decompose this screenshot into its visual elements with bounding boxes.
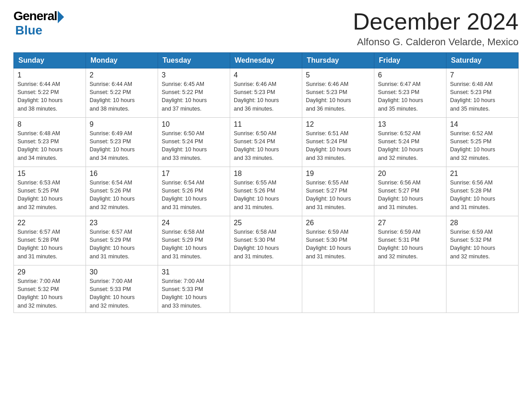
weekday-header-friday: Friday xyxy=(374,53,446,68)
day-info: Sunrise: 6:53 AMSunset: 5:25 PMDaylight:… xyxy=(17,179,82,211)
day-info: Sunrise: 6:54 AMSunset: 5:26 PMDaylight:… xyxy=(162,179,226,211)
calendar-cell: 17Sunrise: 6:54 AMSunset: 5:26 PMDayligh… xyxy=(158,167,230,216)
day-number: 16 xyxy=(90,170,154,178)
calendar-cell xyxy=(230,265,302,313)
month-title: December 2024 xyxy=(353,9,519,34)
day-number: 25 xyxy=(234,219,298,227)
day-info: Sunrise: 6:46 AMSunset: 5:23 PMDaylight:… xyxy=(306,80,370,113)
calendar-cell: 29Sunrise: 7:00 AMSunset: 5:32 PMDayligh… xyxy=(14,265,86,313)
calendar-week-row: 22Sunrise: 6:57 AMSunset: 5:28 PMDayligh… xyxy=(14,216,519,265)
calendar-week-row: 15Sunrise: 6:53 AMSunset: 5:25 PMDayligh… xyxy=(14,167,519,216)
weekday-header-saturday: Saturday xyxy=(446,53,519,68)
day-number: 7 xyxy=(450,71,515,79)
day-number: 14 xyxy=(450,120,515,128)
day-number: 31 xyxy=(162,268,226,276)
day-info: Sunrise: 6:50 AMSunset: 5:24 PMDaylight:… xyxy=(162,129,226,162)
day-info: Sunrise: 6:59 AMSunset: 5:31 PMDaylight:… xyxy=(378,228,442,261)
location-title: Alfonso G. Calderon Velarde, Mexico xyxy=(353,36,519,48)
day-number: 22 xyxy=(17,219,82,227)
weekday-header-row: SundayMondayTuesdayWednesdayThursdayFrid… xyxy=(14,53,519,68)
day-info: Sunrise: 6:45 AMSunset: 5:22 PMDaylight:… xyxy=(162,80,226,113)
day-number: 11 xyxy=(234,120,298,128)
day-info: Sunrise: 6:52 AMSunset: 5:24 PMDaylight:… xyxy=(378,129,442,162)
day-number: 8 xyxy=(17,120,82,128)
day-number: 29 xyxy=(17,268,82,276)
day-info: Sunrise: 6:52 AMSunset: 5:25 PMDaylight:… xyxy=(450,129,515,162)
calendar-cell: 16Sunrise: 6:54 AMSunset: 5:26 PMDayligh… xyxy=(86,167,158,216)
calendar-cell xyxy=(302,265,374,313)
calendar-cell: 26Sunrise: 6:59 AMSunset: 5:30 PMDayligh… xyxy=(302,216,374,265)
title-area: December 2024 Alfonso G. Calderon Velard… xyxy=(353,9,519,48)
calendar-cell: 7Sunrise: 6:48 AMSunset: 5:23 PMDaylight… xyxy=(446,68,519,118)
logo: General Blue xyxy=(13,9,64,38)
calendar-week-row: 1Sunrise: 6:44 AMSunset: 5:22 PMDaylight… xyxy=(14,68,519,118)
day-number: 30 xyxy=(90,268,154,276)
day-number: 21 xyxy=(450,170,515,178)
day-info: Sunrise: 6:57 AMSunset: 5:29 PMDaylight:… xyxy=(90,228,154,261)
calendar-cell xyxy=(374,265,446,313)
calendar-cell: 31Sunrise: 7:00 AMSunset: 5:33 PMDayligh… xyxy=(158,265,230,313)
calendar-cell: 19Sunrise: 6:55 AMSunset: 5:27 PMDayligh… xyxy=(302,167,374,216)
calendar-cell: 11Sunrise: 6:50 AMSunset: 5:24 PMDayligh… xyxy=(230,118,302,167)
calendar-cell: 12Sunrise: 6:51 AMSunset: 5:24 PMDayligh… xyxy=(302,118,374,167)
day-number: 13 xyxy=(378,120,442,128)
weekday-header-tuesday: Tuesday xyxy=(158,53,230,68)
day-info: Sunrise: 6:55 AMSunset: 5:26 PMDaylight:… xyxy=(234,179,298,211)
calendar-cell: 4Sunrise: 6:46 AMSunset: 5:23 PMDaylight… xyxy=(230,68,302,118)
day-number: 19 xyxy=(306,170,370,178)
calendar-table: SundayMondayTuesdayWednesdayThursdayFrid… xyxy=(13,52,519,313)
day-info: Sunrise: 6:47 AMSunset: 5:23 PMDaylight:… xyxy=(378,80,442,113)
calendar-cell: 24Sunrise: 6:58 AMSunset: 5:29 PMDayligh… xyxy=(158,216,230,265)
logo-blue-text: Blue xyxy=(15,23,43,38)
day-number: 10 xyxy=(162,120,226,128)
day-number: 15 xyxy=(17,170,82,178)
day-info: Sunrise: 6:50 AMSunset: 5:24 PMDaylight:… xyxy=(234,129,298,162)
day-number: 18 xyxy=(234,170,298,178)
day-info: Sunrise: 6:54 AMSunset: 5:26 PMDaylight:… xyxy=(90,179,154,211)
day-info: Sunrise: 7:00 AMSunset: 5:33 PMDaylight:… xyxy=(162,277,226,310)
calendar-cell: 2Sunrise: 6:44 AMSunset: 5:22 PMDaylight… xyxy=(86,68,158,118)
day-number: 2 xyxy=(90,71,154,79)
day-number: 24 xyxy=(162,219,226,227)
calendar-cell: 1Sunrise: 6:44 AMSunset: 5:22 PMDaylight… xyxy=(14,68,86,118)
weekday-header-wednesday: Wednesday xyxy=(230,53,302,68)
day-info: Sunrise: 6:55 AMSunset: 5:27 PMDaylight:… xyxy=(306,179,370,211)
day-info: Sunrise: 6:46 AMSunset: 5:23 PMDaylight:… xyxy=(234,80,298,113)
day-number: 3 xyxy=(162,71,226,79)
weekday-header-thursday: Thursday xyxy=(302,53,374,68)
day-number: 20 xyxy=(378,170,442,178)
day-info: Sunrise: 6:58 AMSunset: 5:29 PMDaylight:… xyxy=(162,228,226,261)
calendar-cell: 18Sunrise: 6:55 AMSunset: 5:26 PMDayligh… xyxy=(230,167,302,216)
day-number: 26 xyxy=(306,219,370,227)
day-info: Sunrise: 6:56 AMSunset: 5:28 PMDaylight:… xyxy=(450,179,515,211)
day-info: Sunrise: 6:57 AMSunset: 5:28 PMDaylight:… xyxy=(17,228,82,261)
calendar-cell: 13Sunrise: 6:52 AMSunset: 5:24 PMDayligh… xyxy=(374,118,446,167)
day-number: 9 xyxy=(90,120,154,128)
calendar-cell: 23Sunrise: 6:57 AMSunset: 5:29 PMDayligh… xyxy=(86,216,158,265)
day-info: Sunrise: 6:48 AMSunset: 5:23 PMDaylight:… xyxy=(17,129,82,162)
weekday-header-sunday: Sunday xyxy=(14,53,86,68)
day-info: Sunrise: 6:49 AMSunset: 5:23 PMDaylight:… xyxy=(90,129,154,162)
calendar-cell: 21Sunrise: 6:56 AMSunset: 5:28 PMDayligh… xyxy=(446,167,519,216)
day-info: Sunrise: 6:51 AMSunset: 5:24 PMDaylight:… xyxy=(306,129,370,162)
day-number: 4 xyxy=(234,71,298,79)
calendar-cell: 10Sunrise: 6:50 AMSunset: 5:24 PMDayligh… xyxy=(158,118,230,167)
day-info: Sunrise: 6:44 AMSunset: 5:22 PMDaylight:… xyxy=(90,80,154,113)
day-info: Sunrise: 6:59 AMSunset: 5:32 PMDaylight:… xyxy=(450,228,515,261)
day-info: Sunrise: 6:58 AMSunset: 5:30 PMDaylight:… xyxy=(234,228,298,261)
day-number: 1 xyxy=(17,71,82,79)
day-number: 5 xyxy=(306,71,370,79)
calendar-cell: 3Sunrise: 6:45 AMSunset: 5:22 PMDaylight… xyxy=(158,68,230,118)
day-number: 23 xyxy=(90,219,154,227)
day-info: Sunrise: 7:00 AMSunset: 5:33 PMDaylight:… xyxy=(90,277,154,310)
weekday-header-monday: Monday xyxy=(86,53,158,68)
day-number: 28 xyxy=(450,219,515,227)
day-info: Sunrise: 6:48 AMSunset: 5:23 PMDaylight:… xyxy=(450,80,515,113)
logo-arrow-icon xyxy=(58,11,64,23)
calendar-cell: 25Sunrise: 6:58 AMSunset: 5:30 PMDayligh… xyxy=(230,216,302,265)
day-number: 12 xyxy=(306,120,370,128)
calendar-cell: 30Sunrise: 7:00 AMSunset: 5:33 PMDayligh… xyxy=(86,265,158,313)
calendar-cell: 15Sunrise: 6:53 AMSunset: 5:25 PMDayligh… xyxy=(14,167,86,216)
calendar-cell xyxy=(446,265,519,313)
calendar-cell: 6Sunrise: 6:47 AMSunset: 5:23 PMDaylight… xyxy=(374,68,446,118)
